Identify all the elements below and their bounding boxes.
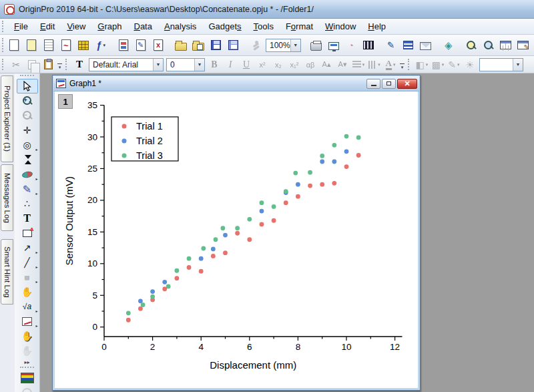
import-wizard-button	[248, 37, 264, 53]
menu-edit[interactable]: Edit	[34, 19, 61, 33]
new-folder-button[interactable]	[23, 37, 39, 53]
slideshow-button[interactable]	[326, 37, 342, 53]
close-button[interactable]: ✕	[397, 79, 417, 89]
new-excel-button[interactable]	[150, 37, 166, 53]
make-movie-button[interactable]	[360, 37, 376, 53]
dropdown-caret-icon: ▸	[35, 323, 37, 328]
insert-graph-tool[interactable]: ▸	[17, 314, 38, 329]
legend-symbol	[122, 124, 127, 129]
format-toolbar-options-button[interactable]: ▾	[398, 57, 406, 72]
menu-window[interactable]: Window	[319, 19, 362, 33]
new-graph-button[interactable]	[58, 37, 74, 53]
tab-messages-log[interactable]: Messages Log	[1, 164, 13, 231]
menu-data[interactable]: Data	[127, 19, 158, 33]
find-button[interactable]	[463, 37, 479, 53]
rescale-tool[interactable]: ✋	[17, 329, 38, 343]
line-tool[interactable]: ╱▸	[17, 255, 38, 270]
screen-reader-icon: ◎	[23, 140, 31, 150]
mask-tool[interactable]: ▸	[17, 167, 38, 182]
toolbar-grip[interactable]	[2, 38, 3, 53]
equation-tool[interactable]: √a▸	[17, 299, 38, 314]
annotation-tool[interactable]	[17, 226, 38, 240]
menu-graph[interactable]: Graph	[91, 19, 127, 33]
save-template-button[interactable]	[225, 37, 241, 53]
command-window-button[interactable]	[515, 37, 531, 53]
menubar-grip[interactable]	[2, 21, 6, 31]
new-function-button[interactable]: ƒ▾	[93, 37, 109, 53]
font-combo[interactable]: Default: Arial▼	[89, 58, 164, 71]
tools-toolbar-expand-button[interactable]: ▸▸	[19, 359, 36, 365]
line-style-combo-dropdown-icon[interactable]: ▼	[513, 59, 523, 71]
menu-file[interactable]: File	[8, 19, 34, 33]
arrange-layers-button[interactable]	[400, 37, 417, 53]
toolbar-grip[interactable]	[408, 59, 412, 71]
toolbar-grip[interactable]	[65, 59, 69, 71]
line-style-combo[interactable]: ▼	[479, 58, 523, 71]
save-project-button[interactable]	[208, 37, 224, 53]
menu-analysis[interactable]: Analysis	[158, 19, 202, 33]
arrow-tool[interactable]: ↗▸	[17, 240, 38, 255]
scatter-point	[260, 209, 264, 214]
size-combo-dropdown-icon[interactable]: ▼	[194, 59, 204, 71]
new-notes-button[interactable]	[133, 37, 149, 53]
pointer-arrow-icon	[23, 81, 32, 91]
scale-in-tool[interactable]: +	[17, 93, 38, 108]
font-combo-dropdown-icon[interactable]: ▼	[153, 59, 163, 71]
zoom-combo[interactable]: 100%▼	[266, 39, 301, 52]
color-list-button[interactable]	[17, 371, 38, 385]
app-titlebar[interactable]: OriginPro 2019 64-bit - C:\Users\easwar\…	[0, 0, 534, 19]
scatter-point	[320, 154, 324, 158]
toolbar-grip[interactable]	[2, 59, 6, 71]
menu-help[interactable]: Help	[362, 19, 392, 33]
pan-tool[interactable]: ✋	[17, 284, 38, 299]
pointer-tool[interactable]	[17, 79, 38, 93]
scatter-plot[interactable]: 02468101205101520253035Displacement (mm)…	[55, 91, 418, 385]
open-button[interactable]	[173, 37, 189, 53]
data-selector-tool[interactable]	[17, 152, 38, 167]
text-tool[interactable]: T	[17, 211, 38, 226]
zoom-combo-dropdown-icon[interactable]: ▼	[290, 39, 300, 51]
new-workbook-button[interactable]	[41, 37, 57, 53]
font-color-icon: A	[386, 59, 392, 70]
send-to-powerpoint-button[interactable]: ◔	[343, 37, 359, 53]
draw-data-tool[interactable]: ✎▸	[17, 182, 38, 196]
format-brush-button[interactable]: ✎	[383, 37, 399, 53]
tab-smart-hint-log[interactable]: Smart Hint Log	[1, 239, 13, 305]
menu-format[interactable]: Format	[280, 19, 319, 33]
print-button[interactable]	[308, 37, 324, 53]
tab-project-explorer[interactable]: Project Explorer (1)	[1, 75, 13, 162]
new-project-button[interactable]	[6, 37, 22, 53]
send-graph-email-icon	[420, 42, 431, 50]
paste-button[interactable]	[41, 57, 55, 71]
graph-child-window[interactable]: Graph1 * ✕ 1 02468101205101520253035Disp…	[52, 75, 421, 391]
docked-panel-tabstrip: Project Explorer (1) Messages Log Smart …	[0, 73, 15, 392]
font-tool-button[interactable]: T	[72, 57, 87, 71]
cluster-tool[interactable]: ∴	[17, 196, 38, 211]
size-combo[interactable]: 0▼	[166, 58, 205, 71]
graph-page[interactable]: 1 02468101205101520253035Displacement (m…	[55, 91, 418, 388]
new-layout-button[interactable]	[115, 37, 131, 53]
scatter-point	[138, 307, 143, 311]
series-trial-1[interactable]	[126, 153, 361, 323]
menu-tools[interactable]: Tools	[248, 19, 280, 33]
alignment-icon	[352, 61, 361, 68]
send-graph-email-button[interactable]	[418, 37, 434, 53]
legend[interactable]: Trial 1Trial 2Trial 3	[111, 117, 178, 161]
minimize-button[interactable]	[366, 79, 380, 89]
script-window-button[interactable]	[498, 37, 514, 53]
series-trial-2[interactable]	[138, 149, 348, 303]
project-explorer-button[interactable]: ◈	[441, 37, 457, 53]
screen-reader-tool[interactable]: ◎▸	[17, 138, 38, 152]
menu-view[interactable]: View	[61, 19, 91, 33]
draw-data-icon: ✎	[23, 183, 31, 196]
graph-window-titlebar[interactable]: Graph1 * ✕	[53, 76, 419, 91]
scatter-point	[166, 284, 171, 289]
clipboard-toolbar-options-button[interactable]: ▾	[56, 57, 63, 72]
find-in-graph-button[interactable]	[481, 37, 497, 53]
menu-gadgets[interactable]: Gadgets	[202, 19, 247, 33]
data-reader-tool[interactable]: ✛	[17, 123, 38, 138]
open-template-button[interactable]	[190, 37, 206, 53]
restore-button[interactable]	[382, 79, 396, 89]
new-matrix-button[interactable]	[75, 37, 91, 53]
rectangle-tool[interactable]: ■▸	[17, 270, 38, 284]
